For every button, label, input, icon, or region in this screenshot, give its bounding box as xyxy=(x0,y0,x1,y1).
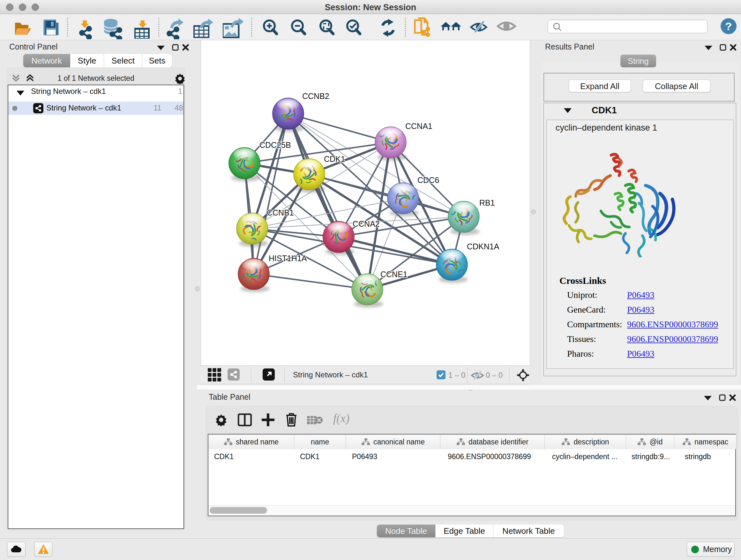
svg-text:CCNB2: CCNB2 xyxy=(302,91,329,101)
svg-text:CDK1: CDK1 xyxy=(324,154,345,164)
svg-text:CDC6: CDC6 xyxy=(417,176,439,185)
svg-text:CDKN1A: CDKN1A xyxy=(467,242,499,251)
svg-text:CCNB1: CCNB1 xyxy=(267,208,294,217)
svg-text:HIST1H1A: HIST1H1A xyxy=(269,254,307,263)
svg-text:?: ? xyxy=(725,20,732,32)
svg-text:CCNA1: CCNA1 xyxy=(405,122,432,131)
svg-text:CCNE1: CCNE1 xyxy=(381,270,408,279)
svg-text:RB1: RB1 xyxy=(479,198,495,207)
svg-text:CCNA2: CCNA2 xyxy=(353,219,380,228)
svg-text:CDC25B: CDC25B xyxy=(259,140,291,149)
